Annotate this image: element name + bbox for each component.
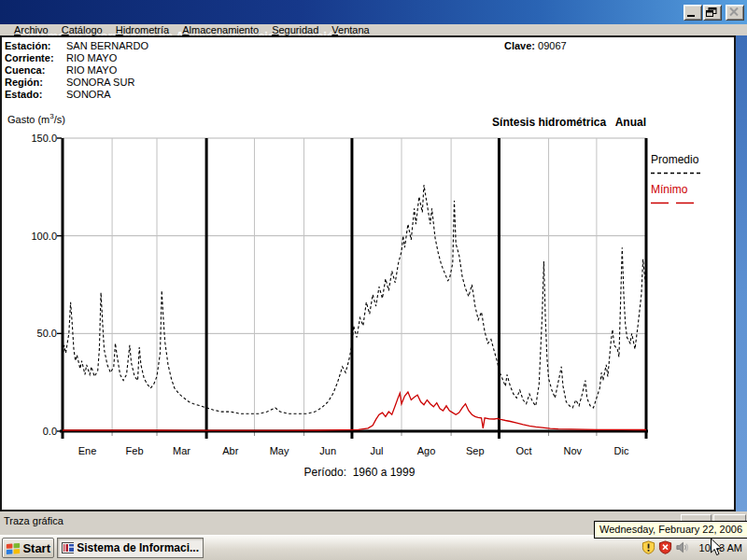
chart-plot xyxy=(63,138,647,439)
restore-icon xyxy=(706,7,717,17)
station-clave: Clave: 09067 xyxy=(504,40,567,51)
menu-item-archivo[interactable]: Archivo xyxy=(7,24,55,35)
date-tooltip: Wednesday, February 22, 2006 xyxy=(594,521,747,539)
menu-item-almacenamiento[interactable]: Almacenamiento xyxy=(176,24,265,35)
x-tick-label-sep: Sep xyxy=(455,445,496,456)
clave-value: 09067 xyxy=(538,40,567,51)
station-row: Cuenca:RIO MAYO xyxy=(5,64,148,77)
x-tick-label-jun: Jun xyxy=(307,445,348,456)
status-text: Traza gráfica xyxy=(4,515,63,526)
x-tick-label-jul: Jul xyxy=(356,445,397,456)
window-controls xyxy=(683,5,744,21)
station-info-panel: Estación:SAN BERNARDOCorriente:RIO MAYOC… xyxy=(5,40,148,101)
station-row: Región:SONORA SUR xyxy=(5,77,148,89)
chart-period-label: Período: 1960 a 1999 xyxy=(304,466,416,479)
minimize-button[interactable] xyxy=(684,5,702,21)
station-row: Corriente:RIO MAYO xyxy=(5,52,148,64)
taskbar-task-sias[interactable]: Sistema de Informaci... xyxy=(57,538,204,558)
restore-button[interactable] xyxy=(703,5,722,21)
start-label: Start xyxy=(22,541,50,555)
y-tick-label: 150.0 xyxy=(21,133,57,144)
menu-item-ventana[interactable]: Ventana xyxy=(325,24,375,35)
chart-title: Síntesis hidrométrica Anual xyxy=(492,116,646,129)
close-button[interactable] xyxy=(726,5,744,21)
x-tick-label-feb: Feb xyxy=(114,445,155,456)
legend-minimo-line-sample xyxy=(651,201,698,205)
series-minimo xyxy=(63,392,646,430)
start-button[interactable]: Start xyxy=(2,538,54,558)
security-alert-shield-icon[interactable] xyxy=(658,540,672,554)
x-tick-label-mar: Mar xyxy=(162,445,203,456)
menu-item-seguridad[interactable]: Seguridad xyxy=(265,24,325,35)
security-warning-shield-icon[interactable] xyxy=(641,540,655,554)
windows-flag-icon xyxy=(6,541,21,555)
desktop: Sistema de Información de Aguas Superfic… xyxy=(0,0,747,560)
x-tick-label-ene: Ene xyxy=(67,445,108,456)
chart-legend: Promedio Mínimo xyxy=(651,154,703,208)
legend-promedio-line-sample xyxy=(651,171,703,175)
close-icon xyxy=(728,7,740,17)
menu-item-catalogo[interactable]: Catálogo xyxy=(55,24,109,35)
y-tick-label: 50.0 xyxy=(21,328,57,339)
clave-label: Clave: xyxy=(504,40,535,51)
chart-y-axis-title: Gasto (m3/s) xyxy=(7,112,65,125)
task-label: Sistema de Informaci... xyxy=(77,541,199,554)
workspace-background xyxy=(736,35,747,511)
system-tray: 10:43 AM xyxy=(641,540,742,554)
app-icon xyxy=(62,541,74,554)
x-tick-label-ago: Ago xyxy=(406,445,447,456)
legend-promedio-label: Promedio xyxy=(651,154,703,166)
x-tick-label-abr: Abr xyxy=(210,445,251,456)
taskbar: Start Sistema de Informaci... 10:43 AM xyxy=(0,535,747,560)
series-promedio xyxy=(63,185,646,413)
y-tick-label: 100.0 xyxy=(21,231,57,242)
x-tick-label-oct: Oct xyxy=(503,445,544,456)
x-tick-label-dic: Dic xyxy=(600,445,641,456)
mouse-cursor xyxy=(710,538,724,557)
station-row: Estación:SAN BERNARDO xyxy=(5,40,148,52)
volume-speaker-icon[interactable] xyxy=(675,540,689,554)
x-tick-label-may: May xyxy=(259,445,300,456)
minimize-icon xyxy=(687,15,695,17)
window-titlebar[interactable]: Sistema de Información de Aguas Superfic… xyxy=(0,0,747,24)
menu-bar: ArchivoCatálogoHidrometríaAlmacenamiento… xyxy=(0,24,747,35)
station-row: Estado:SONORA xyxy=(5,89,148,101)
y-tick-label: 0.0 xyxy=(21,426,57,437)
x-tick-label-nov: Nov xyxy=(552,445,593,456)
legend-minimo-label: Mínimo xyxy=(651,184,703,196)
menu-item-hidrometria[interactable]: Hidrometría xyxy=(109,24,176,35)
